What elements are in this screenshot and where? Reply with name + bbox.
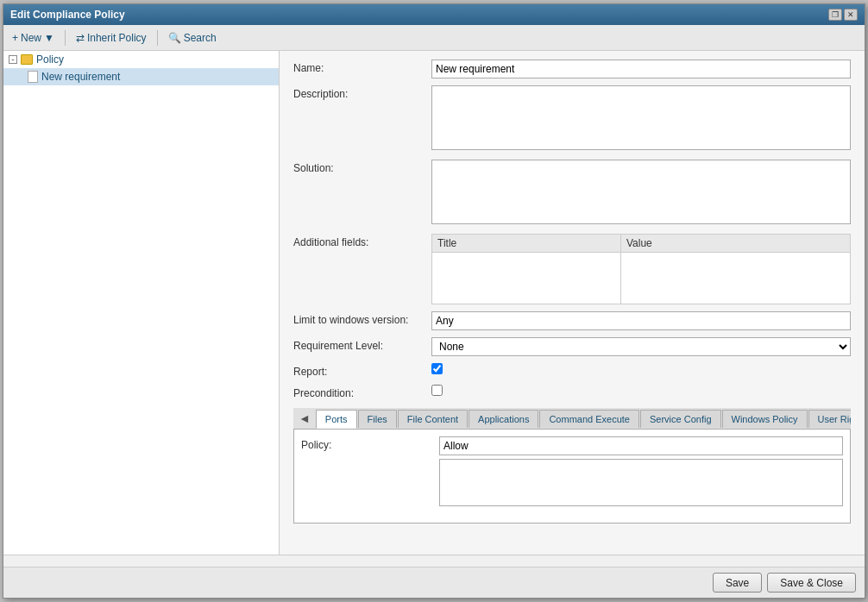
additional-fields-row-empty bbox=[432, 253, 851, 304]
name-label: Name: bbox=[293, 60, 431, 74]
precondition-checkbox-container bbox=[431, 385, 851, 396]
inherit-policy-button[interactable]: ⇄ Inherit Policy bbox=[72, 30, 150, 46]
separator-1 bbox=[65, 30, 66, 46]
additional-fields-table: Title Value bbox=[431, 234, 851, 304]
inherit-icon: ⇄ bbox=[76, 32, 85, 44]
plus-icon: + bbox=[12, 32, 18, 44]
close-button[interactable]: ✕ bbox=[844, 9, 858, 21]
tab-files[interactable]: Files bbox=[358, 410, 397, 428]
tabs-header: ◄ Ports Files File Content Applications … bbox=[293, 408, 851, 430]
new-button-label: New bbox=[21, 32, 41, 44]
tab-windows-policy[interactable]: Windows Policy bbox=[722, 410, 808, 428]
left-panel: - Policy New requirement bbox=[3, 51, 280, 555]
tab-command-execute[interactable]: Command Execute bbox=[539, 410, 639, 428]
horizontal-scrollbar[interactable] bbox=[3, 555, 865, 567]
restore-button[interactable]: ❐ bbox=[828, 9, 842, 21]
additional-fields-row: Additional fields: Title Value bbox=[293, 234, 851, 304]
solution-field-container bbox=[431, 160, 851, 227]
additional-fields-container: Title Value bbox=[431, 234, 851, 304]
limit-version-label: Limit to windows version: bbox=[293, 311, 431, 326]
tab-service-config[interactable]: Service Config bbox=[640, 410, 721, 428]
main-content: - Policy New requirement Name: Descripti… bbox=[3, 51, 865, 555]
toolbar: + New ▼ ⇄ Inherit Policy 🔍 Search bbox=[3, 25, 865, 51]
name-row: Name: bbox=[293, 60, 851, 78]
solution-label: Solution: bbox=[293, 160, 431, 174]
limit-version-row: Limit to windows version: bbox=[293, 311, 851, 330]
policy-value-container bbox=[439, 436, 843, 509]
policy-textarea[interactable] bbox=[439, 459, 843, 506]
solution-row: Solution: bbox=[293, 160, 851, 227]
footer: Save Save & Close bbox=[3, 567, 865, 598]
policy-tree-label: Policy bbox=[36, 53, 64, 66]
tree-policy-item[interactable]: - Policy bbox=[3, 51, 279, 68]
search-icon: 🔍 bbox=[168, 32, 181, 44]
title-col-header: Title bbox=[432, 235, 621, 253]
tab-user-right-constraint[interactable]: User Right Constraint bbox=[808, 410, 851, 428]
new-requirement-tree-label: New requirement bbox=[41, 71, 120, 83]
policy-row: Policy: bbox=[301, 436, 843, 509]
name-input[interactable] bbox=[431, 60, 851, 78]
req-level-select[interactable]: None bbox=[431, 337, 851, 356]
description-row: Description: bbox=[293, 85, 851, 153]
tab-back-button[interactable]: ◄ bbox=[293, 408, 316, 429]
save-button[interactable]: Save bbox=[713, 573, 762, 593]
additional-fields-label: Additional fields: bbox=[293, 234, 431, 248]
precondition-label: Precondition: bbox=[293, 385, 431, 399]
description-textarea[interactable] bbox=[431, 85, 851, 150]
search-button-label: Search bbox=[184, 32, 217, 44]
tab-applications[interactable]: Applications bbox=[469, 410, 538, 428]
precondition-row: Precondition: bbox=[293, 385, 851, 399]
name-field-container bbox=[431, 60, 851, 78]
description-label: Description: bbox=[293, 85, 431, 100]
req-level-label: Requirement Level: bbox=[293, 337, 431, 352]
policy-value-input[interactable] bbox=[439, 436, 843, 455]
report-checkbox-container bbox=[431, 363, 851, 374]
report-label: Report: bbox=[293, 363, 431, 378]
tab-file-content[interactable]: File Content bbox=[398, 410, 468, 428]
tab-content-area: Policy: bbox=[293, 430, 851, 524]
document-icon bbox=[28, 71, 38, 83]
right-panel: Name: Description: Solution: bbox=[280, 51, 865, 555]
collapse-icon[interactable]: - bbox=[9, 55, 17, 64]
window-controls: ❐ ✕ bbox=[828, 9, 858, 21]
limit-version-input[interactable] bbox=[431, 311, 851, 330]
folder-icon bbox=[21, 54, 33, 65]
solution-textarea[interactable] bbox=[431, 160, 851, 224]
tree-new-requirement-item[interactable]: New requirement bbox=[3, 68, 279, 85]
tab-ports[interactable]: Ports bbox=[316, 410, 357, 429]
req-level-row: Requirement Level: None bbox=[293, 337, 851, 356]
separator-2 bbox=[157, 30, 158, 46]
window-title: Edit Compliance Policy bbox=[10, 9, 125, 21]
value-col-header: Value bbox=[620, 235, 850, 253]
report-row: Report: bbox=[293, 363, 851, 378]
title-bar: Edit Compliance Policy ❐ ✕ bbox=[3, 4, 865, 25]
description-field-container bbox=[431, 85, 851, 153]
req-level-container: None bbox=[431, 337, 851, 356]
additional-value-cell bbox=[620, 253, 850, 304]
precondition-checkbox[interactable] bbox=[431, 385, 443, 396]
additional-title-cell bbox=[432, 253, 621, 304]
new-button[interactable]: + New ▼ bbox=[9, 30, 58, 46]
main-window: Edit Compliance Policy ❐ ✕ + New ▼ ⇄ Inh… bbox=[3, 3, 865, 599]
policy-content-label: Policy: bbox=[301, 436, 439, 451]
dropdown-arrow-icon: ▼ bbox=[44, 32, 54, 44]
search-button[interactable]: 🔍 Search bbox=[165, 30, 220, 46]
limit-version-container bbox=[431, 311, 851, 330]
inherit-policy-label: Inherit Policy bbox=[87, 32, 147, 44]
tabs-container: ◄ Ports Files File Content Applications … bbox=[293, 408, 851, 524]
save-close-button[interactable]: Save & Close bbox=[767, 573, 856, 593]
report-checkbox[interactable] bbox=[431, 363, 443, 374]
